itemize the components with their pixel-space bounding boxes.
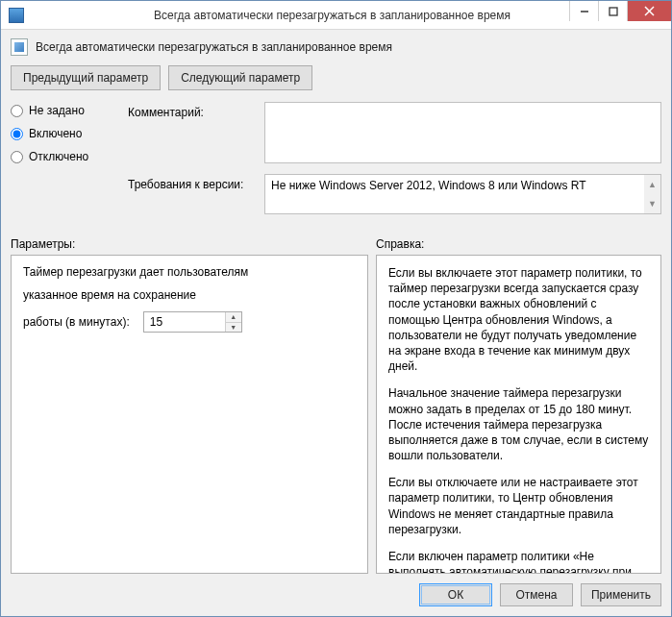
- state-radios: Не задано Включено Отключено: [11, 102, 116, 222]
- help-paragraph: Если вы отключаете или не настраиваете э…: [388, 475, 649, 537]
- ok-button[interactable]: ОК: [419, 583, 492, 606]
- comment-label: Комментарий:: [128, 102, 264, 119]
- scroll-up-icon[interactable]: ▲: [644, 175, 660, 194]
- radio-disabled[interactable]: Отключено: [11, 150, 116, 163]
- radio-not-configured[interactable]: Не задано: [11, 104, 116, 117]
- radio-disabled-input[interactable]: [11, 151, 23, 163]
- radio-disabled-label: Отключено: [29, 150, 88, 163]
- previous-setting-button[interactable]: Предыдущий параметр: [11, 65, 161, 90]
- requirements-label: Требования к версии:: [128, 174, 264, 191]
- radio-not-configured-label: Не задано: [29, 104, 85, 117]
- radio-enabled-input[interactable]: [11, 128, 23, 140]
- requirements-text: Не ниже Windows Server 2012, Windows 8 и…: [264, 174, 661, 214]
- maximize-button[interactable]: [598, 1, 627, 21]
- spinner-up-button[interactable]: ▲: [226, 312, 241, 323]
- apply-button[interactable]: Применить: [581, 583, 661, 606]
- help-paragraph: Если вы включаете этот параметр политики…: [388, 265, 649, 374]
- spinner-down-button[interactable]: ▼: [226, 323, 241, 333]
- maximize-icon: [609, 7, 618, 16]
- cancel-button[interactable]: Отмена: [500, 583, 573, 606]
- close-icon: [644, 6, 655, 16]
- requirements-scrollbar[interactable]: ▲ ▼: [644, 175, 660, 213]
- caption-buttons: [569, 1, 671, 21]
- comment-textarea[interactable]: [264, 102, 661, 163]
- radio-not-configured-input[interactable]: [11, 105, 23, 117]
- requirements-value: Не ниже Windows Server 2012, Windows 8 и…: [271, 179, 586, 192]
- minimize-icon: [580, 7, 589, 16]
- policy-title: Всегда автоматически перезагружаться в з…: [36, 40, 392, 54]
- options-pane: Таймер перезагрузки дает пользователям у…: [11, 255, 368, 574]
- close-button[interactable]: [627, 1, 671, 21]
- scroll-down-icon[interactable]: ▼: [644, 194, 660, 213]
- titlebar: Всегда автоматически перезагружаться в з…: [1, 1, 671, 30]
- help-paragraph: Если включен параметр политики «Не выпол…: [388, 549, 649, 574]
- svg-rect-1: [610, 8, 617, 15]
- help-pane[interactable]: Если вы включаете этот параметр политики…: [376, 255, 661, 574]
- next-setting-button[interactable]: Следующий параметр: [168, 65, 312, 90]
- minutes-input[interactable]: [144, 312, 225, 332]
- policy-icon: [11, 38, 28, 56]
- options-section-label: Параметры:: [11, 237, 376, 251]
- options-text-line2: указанное время на сохранение: [23, 288, 356, 302]
- minutes-spinner[interactable]: ▲ ▼: [143, 311, 242, 333]
- help-section-label: Справка:: [376, 237, 661, 251]
- radio-enabled-label: Включено: [29, 127, 82, 140]
- help-paragraph: Начальное значение таймера перезагрузки …: [388, 385, 649, 463]
- options-text-line1: Таймер перезагрузки дает пользователям: [23, 265, 356, 279]
- minimize-button[interactable]: [569, 1, 598, 21]
- radio-enabled[interactable]: Включено: [11, 127, 116, 140]
- policy-header: Всегда автоматически перезагружаться в з…: [11, 38, 661, 56]
- minutes-label: работы (в минутах):: [23, 315, 130, 329]
